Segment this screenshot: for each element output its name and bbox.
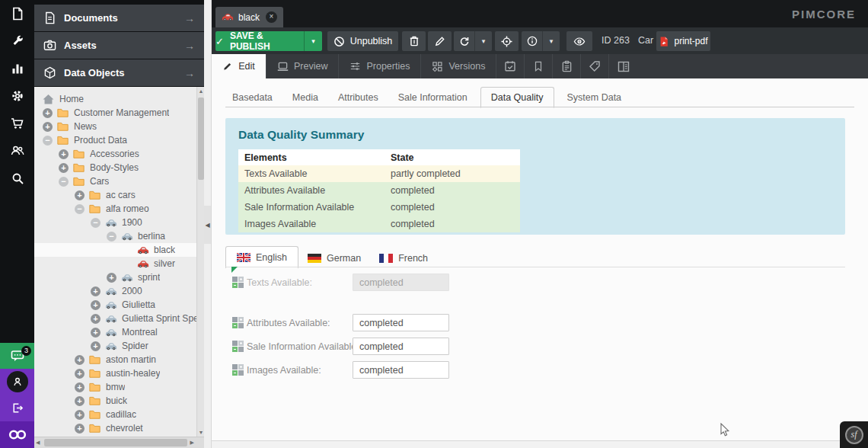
expand-toggle-icon[interactable]: + [91,286,101,296]
expand-toggle-icon[interactable]: + [75,410,85,420]
expand-toggle-icon[interactable]: + [75,369,85,379]
collapse-panel-icon[interactable]: ◀ [204,206,211,244]
tree-item-ac-cars[interactable]: +ac cars [34,188,204,202]
tree-item-sprint[interactable]: +sprint [34,270,204,284]
rename-button[interactable] [428,31,452,51]
images-available-input[interactable] [353,361,449,379]
settings-nav-icon[interactable] [0,82,34,110]
accordion-data-objects[interactable]: Data Objects → [34,59,204,86]
refresh-icon[interactable] [454,31,474,51]
collapse-toggle-icon[interactable]: − [43,136,53,146]
collapse-toggle-icon[interactable]: − [59,177,69,187]
reload-dropdown-caret-icon[interactable]: ▾ [474,31,492,51]
tab-versions[interactable]: Versions [421,54,496,78]
tree-item-product-data[interactable]: −Product Data [34,133,204,147]
expand-toggle-icon[interactable]: + [59,163,69,173]
reload-button[interactable]: ▾ [454,31,492,51]
tree-item-home[interactable]: Home [34,92,204,106]
tree-item-accessories[interactable]: +Accessories [34,147,204,161]
tree-item-montreal[interactable]: +Montreal [34,325,204,339]
delete-button[interactable] [402,31,426,51]
user-avatar[interactable] [0,369,34,395]
tree-item-chevrolet[interactable]: +chevrolet [34,421,204,435]
tab-schedule[interactable] [496,54,525,78]
sale-information-available-input[interactable] [353,338,449,355]
expand-toggle-icon[interactable]: + [75,382,85,392]
collapse-toggle-icon[interactable]: − [107,232,116,242]
tree-item-black[interactable]: black [34,243,204,257]
scroll-left-icon[interactable]: ◀ [36,440,40,446]
expand-toggle-icon[interactable]: + [91,328,101,338]
save-dropdown-caret-icon[interactable]: ▾ [304,31,322,51]
symfony-toolbar-button[interactable]: sf [840,421,868,448]
horizontal-scroll-thumb[interactable] [44,439,187,446]
tree-item-gulietta-sprint-specia[interactable]: +Gulietta Sprint Specia [34,312,204,325]
tree-item-1900[interactable]: −1900 [34,216,204,229]
accordion-assets[interactable]: Assets → [34,32,204,59]
tab-tags[interactable] [581,54,609,78]
expand-toggle-icon[interactable]: + [91,314,101,324]
expand-toggle-icon[interactable]: + [43,108,53,118]
documents-nav-icon[interactable] [0,0,34,27]
tree-item-cadillac[interactable]: +cadillac [34,408,204,421]
close-tab-icon[interactable]: × [266,11,277,23]
expand-toggle-icon[interactable]: + [107,273,116,283]
tree-item-austin-healey[interactable]: +austin-healey [34,366,204,380]
tree-item-news[interactable]: +News [34,120,204,133]
ecommerce-nav-icon[interactable] [0,110,34,137]
info-dropdown-caret-icon[interactable]: ▾ [542,31,560,51]
expand-toggle-icon[interactable]: + [59,149,69,159]
notifications-button[interactable]: 3 [0,343,34,369]
tree-item-spider[interactable]: +Spider [34,339,204,353]
vertical-scroll-thumb[interactable] [198,98,204,180]
tab-preview[interactable]: Preview [266,54,339,78]
tools-nav-icon[interactable] [0,27,34,55]
tree-item-bmw[interactable]: +bmw [34,380,204,394]
info-button[interactable]: ▾ [522,31,560,51]
folder-icon [89,382,102,392]
locate-in-tree-button[interactable] [495,31,519,51]
tab-notes[interactable] [525,54,553,78]
save-publish-button[interactable]: ✓SAVE & PUBLISH ▾ [215,31,322,51]
tree-item-cars[interactable]: −Cars [34,174,204,188]
tab-edit[interactable]: Edit [212,54,266,78]
data-quality-fields: Texts Available:Attributes Available:Sal… [212,78,868,448]
collapse-toggle-icon[interactable]: − [75,204,85,214]
users-nav-icon[interactable] [0,137,34,165]
tree-item-aston-martin[interactable]: +aston martin [34,353,204,366]
tree-vertical-scrollbar[interactable]: ▲ ▼ [196,87,204,437]
panel-splitter[interactable]: ◀ [204,0,212,448]
unpublish-label: Unpublish [350,36,393,46]
tree-item-2000[interactable]: +2000 [34,284,204,298]
scroll-right-icon[interactable]: ▶ [190,440,194,446]
print-pdf-button[interactable]: print-pdf [656,31,710,51]
tree-horizontal-scrollbar[interactable]: ◀ ▶ [34,437,204,448]
expand-toggle-icon[interactable]: + [75,424,85,434]
expand-toggle-icon[interactable]: + [91,341,101,351]
tab-reports[interactable] [553,54,581,78]
open-preview-button[interactable] [566,31,592,51]
expand-toggle-icon[interactable]: + [75,396,85,406]
info-icon[interactable] [522,31,542,51]
tab-properties[interactable]: Properties [339,54,421,78]
tree-item-giulietta[interactable]: +Giulietta [34,298,204,312]
unpublish-button[interactable]: Unpublish [327,31,398,51]
attributes-available-input[interactable] [353,314,449,331]
tree-item-buick[interactable]: +buick [34,394,204,408]
reports-nav-icon[interactable] [0,55,34,82]
expand-toggle-icon[interactable]: + [43,122,53,132]
tree-item-silver[interactable]: silver [34,257,204,270]
tree-item-alfa-romeo[interactable]: −alfa romeo [34,202,204,216]
expand-toggle-icon[interactable]: + [75,355,85,365]
open-tab-black[interactable]: black × [215,7,283,27]
tree-item-berlina[interactable]: −berlina [34,229,204,243]
expand-toggle-icon[interactable]: + [91,300,101,310]
tree-item-body-styles[interactable]: +Body-Styles [34,161,204,174]
accordion-documents[interactable]: Documents → [34,5,204,31]
expand-toggle-icon[interactable]: + [75,190,85,200]
tab-workflow[interactable] [609,54,637,78]
collapse-toggle-icon[interactable]: − [91,218,101,228]
search-nav-icon[interactable] [0,165,34,192]
tree-item-customer-management[interactable]: +Customer Management [34,106,204,120]
logout-icon[interactable] [0,395,34,421]
